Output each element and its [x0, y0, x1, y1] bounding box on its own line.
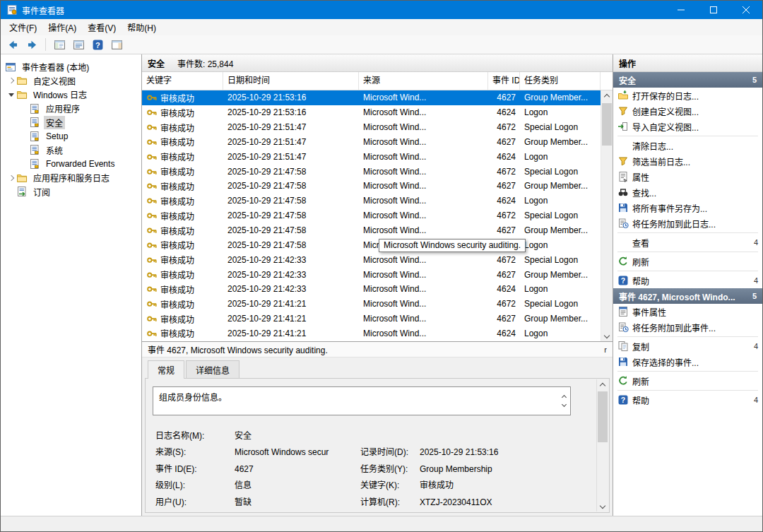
action-item[interactable]: 创建自定义视图...: [613, 103, 762, 119]
menu-help[interactable]: 帮助(H): [122, 19, 162, 35]
action-item[interactable]: 保存选择的事件...: [613, 354, 762, 370]
description-scroll-down-icon[interactable]: [562, 402, 567, 407]
action-item[interactable]: 刷新: [613, 373, 762, 389]
collapse-icon[interactable]: 5: [752, 292, 757, 300]
log-icon: [29, 103, 40, 114]
collapse-icon[interactable]: 5: [752, 76, 757, 84]
detail-vertical-scrollbar[interactable]: [596, 379, 608, 512]
tree-item[interactable]: Windows 日志: [1, 88, 141, 102]
column-header[interactable]: 来源: [359, 72, 488, 90]
table-row[interactable]: 审核成功2025-10-29 21:47:58Microsoft Wind...…: [142, 194, 601, 208]
scroll-up-icon[interactable]: [601, 90, 613, 102]
table-row[interactable]: 审核成功2025-10-29 21:51:47Microsoft Wind...…: [142, 135, 601, 150]
table-row[interactable]: 审核成功2025-10-29 21:53:16Microsoft Wind...…: [142, 105, 601, 120]
scrollbar-thumb[interactable]: [602, 103, 612, 146]
action-item[interactable]: 将任务附加到此事件...: [613, 319, 762, 335]
copy-icon: [617, 341, 629, 352]
detail-scroll-down-icon[interactable]: [597, 500, 608, 512]
tree-item[interactable]: 应用程序: [1, 102, 141, 116]
tree-item[interactable]: 自定义视图: [1, 74, 141, 88]
column-header[interactable]: 日期和时间: [223, 72, 359, 90]
description-scroll-up-icon[interactable]: [562, 395, 567, 400]
show-console-tree-icon[interactable]: [52, 37, 67, 52]
menu-view[interactable]: 查看(V): [82, 19, 122, 35]
action-item[interactable]: 复制4: [613, 338, 762, 354]
collapsed-expander-icon[interactable]: [6, 173, 16, 183]
table-row[interactable]: 审核成功2025-10-29 21:41:21Microsoft Wind...…: [142, 312, 601, 326]
table-row[interactable]: 审核成功2025-10-29 21:42:33Microsoft Wind...…: [142, 267, 601, 282]
tab-general[interactable]: 常规: [148, 360, 184, 379]
source-cell: Microsoft Wind...: [359, 211, 488, 220]
collapse-preview-icon[interactable]: r: [604, 345, 607, 354]
table-row[interactable]: 审核成功2025-10-29 21:53:16Microsoft Wind...…: [142, 90, 601, 105]
detail-scroll-up-icon[interactable]: [597, 379, 608, 391]
tree-item[interactable]: 安全: [1, 115, 141, 129]
action-section-header[interactable]: 事件 4627, Microsoft Windo...5: [613, 288, 762, 304]
action-section-header[interactable]: 安全5: [613, 72, 762, 88]
log-icon: [29, 158, 40, 170]
table-row[interactable]: 审核成功2025-10-29 21:41:21Microsoft Wind...…: [142, 326, 601, 341]
column-header[interactable]: 关键字: [142, 72, 223, 90]
collapsed-expander-icon[interactable]: [6, 76, 16, 85]
show-action-pane-icon[interactable]: [109, 37, 124, 52]
table-row[interactable]: 审核成功2025-10-29 21:47:58Microsoft Wind...…: [142, 237, 601, 252]
menu-action[interactable]: 操作(A): [42, 19, 82, 35]
table-row[interactable]: 审核成功2025-10-29 21:47:58Microsoft Wind...…: [142, 208, 601, 223]
column-header[interactable]: 事件 ID: [488, 72, 520, 90]
table-row[interactable]: 审核成功2025-10-29 21:42:33Microsoft Wind...…: [142, 282, 601, 297]
datetime-cell: 2025-10-29 21:51:47: [223, 122, 359, 132]
subscription-icon: [16, 186, 28, 197]
expanded-expander-icon[interactable]: [6, 90, 16, 100]
tree-item[interactable]: Setup: [1, 129, 141, 143]
close-button[interactable]: [730, 1, 762, 19]
forward-icon[interactable]: [24, 37, 40, 52]
tree-item-label: Windows 日志: [31, 88, 89, 101]
back-icon[interactable]: [5, 37, 20, 52]
tree-item[interactable]: 应用程序和服务日志: [1, 171, 141, 185]
action-item[interactable]: ?帮助4: [613, 273, 762, 288]
scroll-down-icon[interactable]: [601, 329, 613, 341]
action-item[interactable]: 将所有事件另存为...: [613, 200, 762, 215]
detail-scrollbar-thumb[interactable]: [598, 391, 608, 442]
action-item-label: 刷新: [632, 256, 649, 268]
tree-item[interactable]: Forwarded Events: [1, 157, 141, 171]
detail-tabs: 常规 详细信息: [142, 357, 613, 378]
event-id-cell: 4624: [488, 107, 520, 117]
keyword-cell: 审核成功: [142, 107, 223, 119]
minimize-button[interactable]: [665, 1, 697, 19]
action-item[interactable]: 刷新: [613, 254, 762, 269]
table-row[interactable]: 审核成功2025-10-29 21:51:47Microsoft Wind...…: [142, 120, 601, 135]
action-item[interactable]: 打开保存的日志...: [613, 88, 762, 103]
tab-details[interactable]: 详细信息: [186, 360, 239, 378]
tree-item-root[interactable]: 事件查看器 (本地): [1, 60, 141, 74]
table-row[interactable]: 审核成功2025-10-29 21:41:21Microsoft Wind...…: [142, 297, 601, 312]
action-item[interactable]: 属性: [613, 169, 762, 184]
table-row[interactable]: 审核成功2025-10-29 21:42:33Microsoft Wind...…: [142, 252, 601, 267]
tree-item[interactable]: 订阅: [1, 184, 141, 199]
table-row[interactable]: 审核成功2025-10-29 21:47:58Microsoft Wind...…: [142, 179, 601, 194]
maximize-button[interactable]: [697, 1, 730, 19]
key-icon: [146, 240, 158, 251]
menu-file[interactable]: 文件(F): [4, 19, 42, 35]
action-item[interactable]: 事件属性: [613, 304, 762, 319]
datetime-cell: 2025-10-29 21:41:21: [223, 299, 359, 309]
description-scrollbar[interactable]: [559, 388, 569, 414]
action-item[interactable]: 将任务附加到此日志...: [613, 215, 762, 231]
action-item[interactable]: ?帮助4: [613, 392, 762, 408]
tree-item[interactable]: 系统: [1, 143, 141, 158]
keyword-cell: 审核成功: [142, 92, 223, 104]
table-row[interactable]: 审核成功2025-10-29 21:47:58Microsoft Wind...…: [142, 223, 601, 238]
table-row[interactable]: 审核成功2025-10-29 21:47:58Microsoft Wind...…: [142, 164, 601, 179]
action-item[interactable]: 清除日志...: [613, 138, 762, 153]
keyword-cell: 审核成功: [142, 268, 223, 280]
action-item[interactable]: 查找...: [613, 184, 762, 200]
list-vertical-scrollbar[interactable]: [601, 90, 613, 341]
help-icon[interactable]: ?: [90, 37, 105, 52]
action-item-label: 筛选当前日志...: [632, 155, 690, 167]
table-row[interactable]: 审核成功2025-10-29 21:51:47Microsoft Wind...…: [142, 149, 601, 164]
column-header[interactable]: 任务类别: [520, 72, 601, 90]
export-list-icon[interactable]: [71, 37, 86, 52]
action-item[interactable]: 查看4: [613, 235, 762, 250]
action-item[interactable]: 导入自定义视图...: [613, 119, 762, 134]
action-item[interactable]: 筛选当前日志...: [613, 153, 762, 169]
